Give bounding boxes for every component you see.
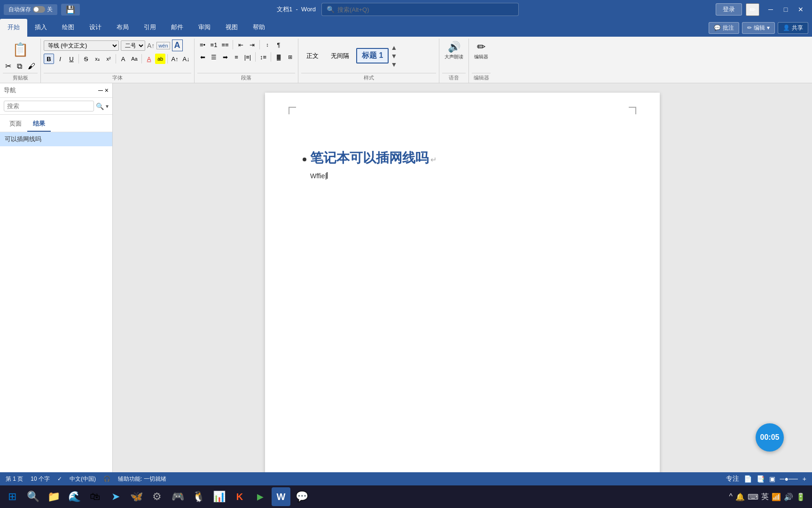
restore-button[interactable]: □ — [778, 3, 793, 16]
zoom-slider[interactable]: ─●── — [780, 475, 798, 483]
store-button[interactable]: 🛍 — [86, 487, 104, 506]
multilevel-button[interactable]: ≡≡ — [220, 40, 230, 50]
underline-button[interactable]: U — [66, 54, 77, 64]
save-button[interactable]: 💾 — [61, 4, 80, 16]
zoom-in-button[interactable]: + — [803, 475, 806, 483]
font-color-button[interactable]: A — [144, 54, 154, 64]
bold-button[interactable]: B — [44, 54, 54, 64]
sidebar-search-button[interactable]: 🔍 — [96, 103, 104, 110]
tab-layout[interactable]: 布局 — [109, 19, 136, 37]
tray-chevron[interactable]: ^ — [729, 492, 733, 501]
indent-decrease-button[interactable]: ⇤ — [235, 40, 246, 50]
styles-up-arrow[interactable]: ▲ — [390, 44, 398, 51]
tray-wifi[interactable]: 📶 — [772, 492, 781, 501]
penguin-button[interactable]: 🐧 — [189, 487, 208, 506]
sidebar-result-item[interactable]: 可以插网线吗 — [0, 132, 112, 146]
align-left-button[interactable]: ⬅ — [197, 52, 208, 62]
font-size-select[interactable]: 二号 — [121, 40, 145, 51]
tab-view[interactable]: 视图 — [218, 19, 245, 37]
web-layout-button[interactable]: ▣ — [769, 475, 775, 483]
butterfly-app-button[interactable]: 🦋 — [127, 487, 146, 506]
italic-button[interactable]: I — [55, 54, 65, 64]
timer-bubble[interactable]: 00:05 — [756, 423, 784, 452]
body-text[interactable]: Wffie| — [310, 172, 328, 180]
align-center-button[interactable]: ☰ — [209, 52, 219, 62]
minimize-button[interactable]: ─ — [763, 3, 778, 16]
copy-button[interactable]: ⧉ — [15, 60, 24, 72]
style-heading1[interactable]: 标题 1 — [356, 48, 389, 64]
tab-insert[interactable]: 插入 — [27, 19, 55, 37]
tray-sound[interactable]: 🔊 — [784, 492, 793, 501]
read-mode-button[interactable]: 📄 — [744, 475, 752, 483]
focus-button[interactable]: 专注 — [726, 475, 739, 483]
font-name-select[interactable]: 等线 (中文正文) — [44, 40, 119, 51]
red-app-button[interactable]: 🎮 — [168, 487, 187, 506]
edge-button[interactable]: 🌊 — [65, 487, 84, 506]
wechat-button[interactable]: 💬 — [292, 487, 311, 506]
file-explorer-button[interactable]: 📁 — [44, 487, 63, 506]
document-page[interactable]: 笔记本可以插网线吗 ↵ Wffie| — [265, 93, 660, 472]
style-normal[interactable]: 正文 — [301, 49, 324, 63]
tab-help[interactable]: 帮助 — [245, 19, 273, 37]
distributed-button[interactable]: |≡| — [242, 52, 253, 62]
line-spacing-button[interactable]: ↕≡ — [258, 52, 268, 62]
tray-keyboard-icon[interactable]: ⌨ — [748, 492, 758, 501]
justify-button[interactable]: ≡ — [231, 52, 242, 62]
decrease-font-button[interactable]: A↓ — [181, 54, 191, 64]
bullets-button[interactable]: ≡• — [197, 40, 208, 50]
strikethrough-button[interactable]: S — [81, 54, 91, 64]
ppt-button[interactable]: 📊 — [210, 487, 228, 506]
increase-font-button[interactable]: A↑ — [170, 54, 180, 64]
editor-button[interactable]: ✏ 编辑器 — [472, 40, 491, 62]
search-input[interactable] — [337, 6, 514, 13]
share-button[interactable]: 👤 共享 — [778, 22, 808, 34]
document-area[interactable]: 笔记本可以插网线吗 ↵ Wffie| 00:05 — [113, 83, 812, 472]
font-special-a[interactable]: A — [172, 40, 183, 51]
read-aloud-button[interactable]: 🔊 大声朗读 — [442, 40, 466, 62]
login-button[interactable]: 登录 — [716, 3, 742, 16]
comment-button[interactable]: 💬 批注 — [709, 22, 739, 34]
tab-review[interactable]: 审阅 — [191, 19, 218, 37]
tab-home[interactable]: 开始 — [0, 19, 27, 37]
close-button[interactable]: ✕ — [793, 3, 808, 16]
tab-mail[interactable]: 邮件 — [164, 19, 191, 37]
subscript-button[interactable]: x₂ — [92, 54, 102, 64]
start-button[interactable]: ⊞ — [3, 487, 22, 506]
word-app-button[interactable]: W — [272, 487, 290, 506]
pen-icon-button[interactable]: ✏ — [746, 3, 759, 16]
edit-button[interactable]: ✏ 编辑 ▾ — [742, 22, 775, 34]
print-layout-button[interactable]: 📑 — [757, 475, 765, 483]
settings-button[interactable]: ⚙ — [148, 487, 166, 506]
tab-design[interactable]: 设计 — [82, 19, 109, 37]
search-button[interactable]: 🔍 — [23, 487, 42, 506]
clear-format-button[interactable]: A — [118, 54, 128, 64]
sidebar-tab-results[interactable]: 结果 — [27, 118, 51, 132]
numbering-button[interactable]: ≡1 — [209, 40, 219, 50]
sidebar-search-dropdown[interactable]: ▾ — [106, 103, 109, 110]
tab-references[interactable]: 引用 — [136, 19, 164, 37]
autosave-button[interactable]: 自动保存 关 — [4, 4, 57, 15]
shading-button[interactable]: ▓ — [273, 52, 284, 62]
search-bar[interactable]: 🔍 — [321, 3, 519, 16]
styles-expand-arrow[interactable]: ▼ — [390, 61, 398, 68]
align-right-button[interactable]: ➡ — [220, 52, 230, 62]
sidebar-tab-pages[interactable]: 页面 — [4, 118, 27, 132]
indent-increase-button[interactable]: ⇥ — [247, 40, 257, 50]
tray-language[interactable]: 英 — [761, 492, 769, 502]
highlight-button[interactable]: ab — [155, 54, 165, 64]
superscript-button[interactable]: x² — [103, 54, 114, 64]
cut-button[interactable]: ✂ — [3, 60, 14, 72]
font-size-increase-icon[interactable]: A↑ — [147, 42, 155, 49]
paste-button[interactable]: 📋 — [9, 40, 32, 60]
format-painter-button[interactable]: 🖌 — [25, 60, 38, 72]
arrow-app-button[interactable]: ➤ — [106, 487, 125, 506]
sidebar-close-button[interactable]: × — [105, 87, 109, 94]
change-case-button[interactable]: Aa — [129, 54, 140, 64]
tab-draw[interactable]: 绘图 — [55, 19, 82, 37]
language-indicator[interactable]: 中文(中国) — [70, 475, 96, 483]
borders-button[interactable]: ⊞ — [285, 52, 295, 62]
tray-notify-icon[interactable]: 🔔 — [735, 492, 745, 501]
orange-app-button[interactable]: K — [230, 487, 249, 506]
show-paragraph-button[interactable]: ¶ — [273, 40, 284, 50]
sidebar-minimize-button[interactable]: ─ — [98, 87, 103, 94]
